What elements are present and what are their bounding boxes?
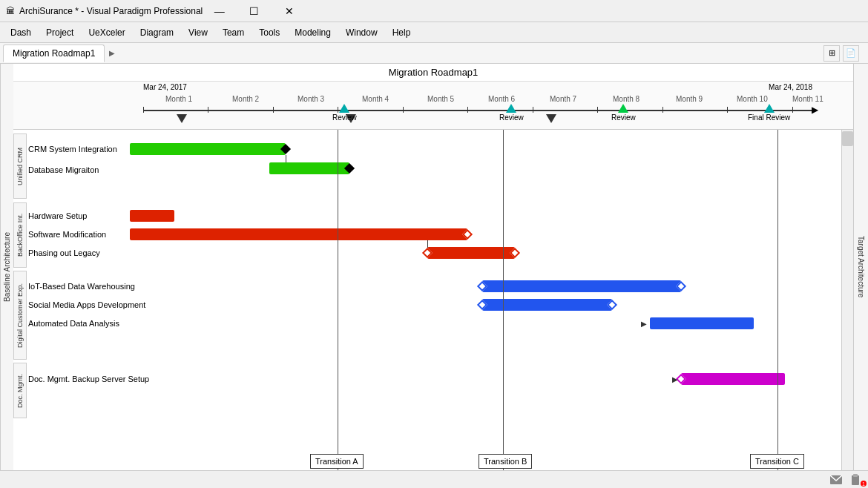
close-button[interactable]: ✕ <box>272 1 306 22</box>
menu-view[interactable]: View <box>181 24 215 41</box>
vertical-scrollbar[interactable] <box>841 130 853 470</box>
app-icon: 🏛 <box>6 6 15 16</box>
month-4: Month 4 <box>362 95 389 103</box>
diamond-legacy-left <box>422 248 433 258</box>
task-label-hw: Hardware Setup <box>28 211 88 220</box>
email-badge: 1 <box>861 481 867 487</box>
end-date-label: Mar 24, 2018 <box>769 83 812 91</box>
section-backoffice: BackOffice Int. <box>13 202 27 268</box>
title-text: ArchiSurance * - Visual Paradigm Profess… <box>19 6 203 16</box>
start-date-label: Mar 24, 2017 <box>143 83 187 91</box>
toolbar-icon-1[interactable]: ⊞ <box>823 45 840 62</box>
task-label-sw: Software Modification <box>28 230 106 239</box>
task-label-legacy: Phasing out Legacy <box>28 248 100 257</box>
tick-9 <box>727 107 728 113</box>
svg-rect-2 <box>853 474 858 477</box>
toolbar-icon-2[interactable]: 📄 <box>843 45 859 62</box>
tab-arrow: ▶ <box>106 49 118 57</box>
milestone-down-3 <box>546 114 556 123</box>
menu-dash[interactable]: Dash <box>3 24 39 41</box>
menu-team[interactable]: Team <box>215 24 251 41</box>
month-1: Month 1 <box>165 95 192 103</box>
diamond-social-right <box>607 300 617 310</box>
menu-tools[interactable]: Tools <box>251 24 287 41</box>
task-label-auto: Automated Data Analysis <box>28 319 119 328</box>
review-2: Review <box>499 104 524 122</box>
task-bar-auto: ▶ <box>650 317 754 329</box>
toolbar-icons: ⊞ 📄 <box>818 44 865 63</box>
tick-1 <box>208 107 208 113</box>
task-label-social: Social Media Apps Development <box>28 300 145 309</box>
month-9: Month 9 <box>676 95 703 103</box>
chart-area[interactable]: Migration Roadmap1 Mar 24, 2017 Mar 24, … <box>13 64 853 470</box>
section-doc-mgmt: Doc. Mgmt. <box>13 363 27 418</box>
window-controls: — ☐ ✕ <box>203 1 306 22</box>
tab-bar: Migration Roadmap1 ▶ ⊞ 📄 <box>0 43 868 64</box>
timeline-line: ▶ <box>143 110 812 111</box>
task-label-doc: Doc. Mgmt. Backup Server Setup <box>28 375 149 383</box>
status-bar: 1 <box>0 470 868 488</box>
target-architecture-label: Target Architecture <box>853 64 868 470</box>
final-review: Final Review <box>748 104 790 122</box>
review-1: Review <box>332 104 357 122</box>
title-bar: 🏛 ArchiSurance * - Visual Paradigm Profe… <box>0 0 868 22</box>
tab-migration-roadmap[interactable]: Migration Roadmap1 <box>3 44 105 62</box>
menu-uexceler[interactable]: UeXceler <box>81 24 132 41</box>
menu-bar: Dash Project UeXceler Diagram View Team … <box>0 22 868 43</box>
roadmap-container: Baseline Architecture Migration Roadmap1… <box>0 64 868 470</box>
diagram-title: Migration Roadmap1 <box>13 64 853 82</box>
baseline-architecture-label: Baseline Architecture <box>0 64 13 470</box>
task-label-crm: CRM System Integration <box>28 145 117 154</box>
transition-a-label: Transition A <box>310 454 364 469</box>
task-bar-social <box>482 299 612 311</box>
menu-diagram[interactable]: Diagram <box>133 24 181 41</box>
menu-help[interactable]: Help <box>385 24 418 41</box>
task-bar-crm <box>130 143 286 155</box>
tick-start <box>143 107 144 113</box>
section-digital-customer: Digital Customer Exp. <box>13 271 27 360</box>
month-6: Month 6 <box>488 95 515 103</box>
connector-crm-db <box>286 155 286 162</box>
transition-b-label: Transition B <box>479 454 532 469</box>
main-area: Baseline Architecture Migration Roadmap1… <box>0 64 868 488</box>
month-10: Month 10 <box>737 95 768 103</box>
tick-8 <box>662 107 663 113</box>
diamond-iot-right <box>676 281 686 291</box>
task-bar-sw <box>130 228 467 240</box>
task-bar-hw <box>130 210 174 222</box>
minimize-button[interactable]: — <box>203 1 236 22</box>
section-unified-crm: Unified CRM <box>13 133 27 199</box>
task-label-iot: IoT-Based Data Warehousing <box>28 282 135 291</box>
chart-body: Unified CRM BackOffice Int. Digital Cust… <box>13 130 853 470</box>
menu-modeling[interactable]: Modeling <box>287 24 338 41</box>
task-bar-doc <box>681 373 785 385</box>
month-7: Month 7 <box>550 95 576 103</box>
tick-5 <box>467 107 468 113</box>
tick-2 <box>273 107 274 113</box>
diamond-social-left <box>477 300 487 310</box>
month-3: Month 3 <box>297 95 324 103</box>
vline-transition-c <box>777 130 778 470</box>
timeline-header: Mar 24, 2017 Mar 24, 2018 Month 1 Month … <box>13 82 853 130</box>
vline-transition-b <box>503 130 504 470</box>
diamond-sw <box>462 229 473 240</box>
diamond-db <box>344 163 355 174</box>
month-8: Month 8 <box>613 95 640 103</box>
arrow-auto: ▶ <box>641 320 647 328</box>
vscroll-thumb[interactable] <box>842 131 853 146</box>
task-label-db: Database Migraiton <box>28 165 99 174</box>
menu-project[interactable]: Project <box>39 24 81 41</box>
maximize-button[interactable]: ☐ <box>237 1 271 22</box>
diamond-legacy-right <box>510 248 520 258</box>
task-bar-iot <box>482 280 681 292</box>
connector-sw-legacy <box>427 240 428 248</box>
status-email-icon[interactable]: 1 <box>829 473 843 487</box>
task-bar-legacy <box>427 247 515 259</box>
month-11: Month 11 <box>792 95 823 103</box>
menu-window[interactable]: Window <box>338 24 385 41</box>
diamond-crm <box>280 144 291 154</box>
arrow-doc: ▶ <box>672 375 678 383</box>
transition-c-label: Transition C <box>750 454 804 469</box>
review-3: Review <box>611 104 636 122</box>
tick-7 <box>597 107 598 113</box>
